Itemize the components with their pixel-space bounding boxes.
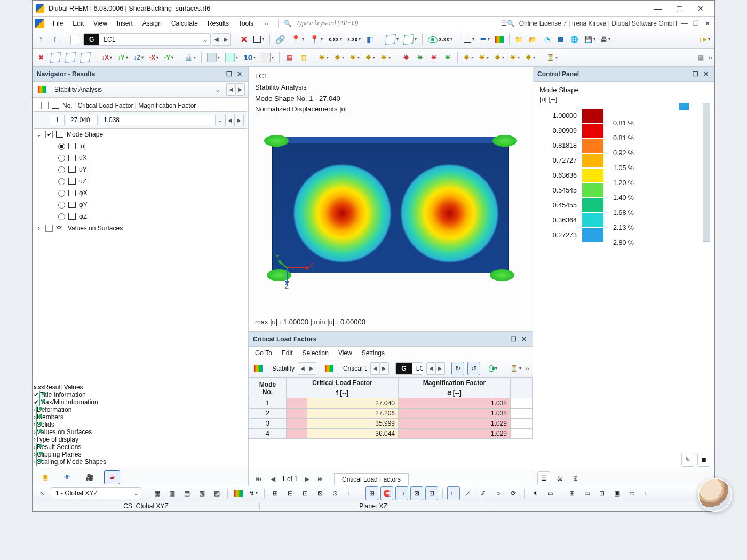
tt-eye-icon[interactable] xyxy=(487,362,499,375)
modeshape-option[interactable]: uX xyxy=(34,152,247,164)
legend-scrollbar[interactable] xyxy=(703,103,710,242)
checkbox[interactable]: ✔ xyxy=(45,131,53,138)
tool-star1-icon[interactable]: ✷ xyxy=(316,51,331,65)
menu-results[interactable]: Results xyxy=(203,18,233,29)
sb-snap3[interactable]: ⊠ xyxy=(410,486,423,500)
menu-tools[interactable]: Tools xyxy=(234,18,258,29)
tool-section2-icon[interactable] xyxy=(223,51,240,65)
tool-delete-icon[interactable]: 🗙 xyxy=(237,33,250,46)
search-input[interactable] xyxy=(295,19,412,28)
sb-grid6[interactable]: ∟ xyxy=(344,486,356,500)
chevron-down-icon[interactable]: ⌄ xyxy=(201,36,210,43)
tool-funnel-icon[interactable]: ⏳ xyxy=(544,51,560,65)
disp-values-surfaces[interactable]: Values on Surfaces xyxy=(37,428,92,436)
table-grid[interactable]: ModeNo. Critical Load Factor Magnificati… xyxy=(249,378,533,471)
sb-magnet-icon[interactable]: 🧲 xyxy=(380,486,393,500)
tool-block-icon[interactable]: ⯀ xyxy=(554,33,567,46)
disp-deformation[interactable]: Deformation xyxy=(37,406,71,413)
tool-cursor-icon[interactable]: ↕➤ xyxy=(696,33,712,46)
tool-mesh2-icon[interactable]: ▥ xyxy=(297,51,309,65)
table-row[interactable]: 335.9991.029 xyxy=(249,419,533,429)
sb-e2[interactable]: ▭ xyxy=(544,486,557,500)
selector-prev-button[interactable]: ◀ xyxy=(226,83,236,96)
app-menu-icon[interactable] xyxy=(35,19,44,28)
control-float-icon[interactable]: ❐ xyxy=(691,70,700,78)
sb-i6[interactable] xyxy=(232,486,245,500)
tool-grid-icon[interactable]: ▦ xyxy=(694,51,707,65)
panel-float-icon[interactable]: ❐ xyxy=(225,70,233,78)
radio[interactable] xyxy=(58,166,65,173)
sb-d3[interactable]: ○ xyxy=(492,486,505,500)
legend-edit-icon[interactable]: ✎ xyxy=(681,453,694,467)
cs-selector[interactable]: 1 - Global XYZ ⌄ xyxy=(51,487,141,499)
tool-cloud-icon[interactable]: ◔ xyxy=(541,33,553,46)
tlc-next[interactable]: ▶ xyxy=(435,362,445,375)
tool-star9-icon[interactable]: ✷ xyxy=(507,51,522,65)
radio[interactable] xyxy=(58,155,65,162)
lc-next-button[interactable]: ▶ xyxy=(221,33,231,46)
tool-cancel-icon[interactable]: ✖ xyxy=(35,51,47,65)
menu-view[interactable]: View xyxy=(89,18,112,29)
nav-tab-display-icon[interactable]: 👁 xyxy=(59,470,75,484)
tool-xxx-icon[interactable]: x.xx xyxy=(326,33,344,46)
tlc-prev[interactable]: ◀ xyxy=(426,362,436,375)
sb-grid5[interactable]: ⊙ xyxy=(329,486,341,500)
lc-prev-button[interactable]: ◀ xyxy=(212,33,221,46)
tool-section1-icon[interactable] xyxy=(205,51,222,65)
maximize-button[interactable]: ▢ xyxy=(669,1,690,16)
sb-f3[interactable]: ⊡ xyxy=(595,486,608,500)
legend-bars-icon[interactable]: ≣ xyxy=(697,453,710,467)
tool-section3-icon[interactable] xyxy=(259,51,276,65)
tool-axis-x-icon[interactable]: ↓X xyxy=(99,51,114,65)
sb-axes-icon[interactable]: ⤡ xyxy=(36,486,49,500)
tool-starG1-icon[interactable]: ✷ xyxy=(414,51,426,65)
table-selector-a[interactable]: Stability Analysis ⌄ xyxy=(268,362,295,375)
tool-cube1-icon[interactable] xyxy=(384,33,401,46)
tool-eye-xxx-icon[interactable]: x.xx xyxy=(426,33,454,46)
close-button[interactable]: ✕ xyxy=(690,1,711,16)
table-lc-selector[interactable]: G LC1 ⌄ xyxy=(395,362,423,375)
control-close-icon[interactable]: ✕ xyxy=(702,70,710,78)
modeshape-option[interactable]: φY xyxy=(34,199,247,211)
tool-shape-icon[interactable] xyxy=(251,33,266,46)
menu-calculate[interactable]: Calculate xyxy=(167,18,202,29)
tmenu-settings[interactable]: Settings xyxy=(361,348,386,358)
nav-tab-results-icon[interactable]: ▰ xyxy=(104,470,120,484)
radio[interactable] xyxy=(58,143,65,150)
tool-mesh1-icon[interactable]: ▦ xyxy=(283,51,296,65)
tool-save-icon[interactable]: 💾 xyxy=(582,33,598,46)
tool-shape2-icon[interactable] xyxy=(462,33,476,46)
tool-box3-icon[interactable] xyxy=(78,51,92,65)
tool-color-slot[interactable] xyxy=(68,33,82,46)
toolbar-overflow-icon[interactable]: ›› xyxy=(708,54,712,61)
sb-snap1[interactable]: ⊞ xyxy=(365,486,378,500)
modeshape-option[interactable]: uY xyxy=(34,164,247,175)
tool-star10-icon[interactable]: ✷ xyxy=(523,51,537,65)
filter-clf[interactable]: 27.040 xyxy=(67,115,98,125)
cp-tab-balance-icon[interactable]: ⚖ xyxy=(553,471,566,485)
tselA-next[interactable]: ▶ xyxy=(307,362,316,375)
table-row[interactable]: 227.2061.038 xyxy=(249,409,533,419)
disp-title-info[interactable]: Title Information xyxy=(40,391,86,398)
search-box[interactable]: 🔍 xyxy=(278,19,427,28)
tool-axis-ny-icon[interactable]: -Y xyxy=(162,51,176,65)
tool-fence-icon[interactable]: ≣ xyxy=(478,33,492,46)
tool-axis-y-icon[interactable]: ↓Y xyxy=(115,51,130,65)
modeshape-option[interactable]: uZ xyxy=(34,175,247,187)
tool-star6-icon[interactable]: ✷ xyxy=(461,51,475,65)
sb-f6[interactable]: ⊏ xyxy=(640,486,653,500)
tree-modeshape[interactable]: ⌄ ✔ Mode Shape xyxy=(34,129,247,140)
panel-close-icon[interactable]: ✕ xyxy=(235,70,244,78)
sb-i2[interactable]: ▥ xyxy=(165,486,178,500)
checkbox[interactable] xyxy=(41,102,49,109)
disp-clipping[interactable]: Clipping Planes xyxy=(37,451,81,458)
tmenu-selection[interactable]: Selection xyxy=(301,348,330,358)
chevron-down-icon[interactable]: ⌄ xyxy=(131,490,141,497)
tt-icon1[interactable] xyxy=(252,362,265,375)
disp-maxmin[interactable]: Max/Min Information xyxy=(40,398,98,406)
mdi-restore-icon[interactable]: ❐ xyxy=(693,20,701,27)
table-close-icon[interactable]: ✕ xyxy=(520,335,528,343)
table-row[interactable]: 127.0401.038 xyxy=(249,398,533,409)
table-selector-b[interactable]: Critical Load Fact... ⌄ xyxy=(339,362,367,375)
sb-f2[interactable]: ▭ xyxy=(581,486,593,500)
